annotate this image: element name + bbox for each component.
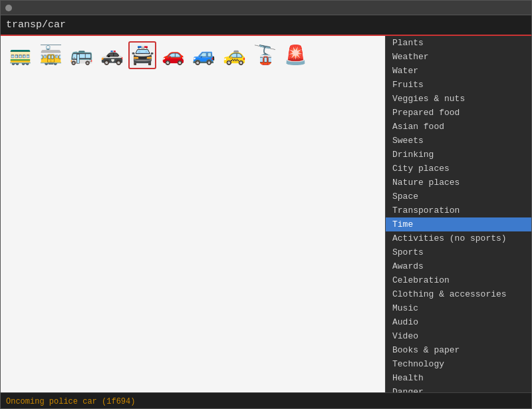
category-item[interactable]: Transporation [386, 204, 531, 217]
title-bar [1, 1, 531, 15]
search-bar [1, 15, 531, 36]
emoji-item[interactable]: 🚡 [251, 41, 279, 69]
emoji-item[interactable]: 🚓 [98, 41, 126, 69]
emoji-panel: 🚃🚋🚌🚓🚔🚗🚙🚕🚡🚨 [1, 36, 385, 392]
category-item[interactable]: Activities (no sports) [386, 231, 531, 245]
category-item[interactable]: Danger [386, 385, 531, 392]
category-list: PlantsWeatherWaterFruitsVeggies & nutsPr… [385, 36, 531, 392]
category-item[interactable]: Awards [386, 259, 531, 273]
category-item[interactable]: Technology [386, 357, 531, 371]
category-item[interactable]: Weather [386, 50, 531, 64]
category-item[interactable]: Drinking [386, 148, 531, 162]
category-item[interactable]: Music [386, 301, 531, 315]
category-item[interactable]: Sweets [386, 134, 531, 148]
category-item[interactable]: Asian food [386, 120, 531, 134]
category-item[interactable]: Veggies & nuts [386, 92, 531, 106]
category-item[interactable]: Fruits [386, 78, 531, 92]
category-item[interactable]: City places [386, 162, 531, 176]
category-item[interactable]: Books & paper [386, 343, 531, 357]
status-bar: Oncoming police car (1f694) [1, 392, 531, 409]
emoji-item[interactable]: 🚃 [6, 41, 34, 69]
emoji-item[interactable]: 🚔 [128, 41, 156, 69]
main-container: 🚃🚋🚌🚓🚔🚗🚙🚕🚡🚨 PlantsWeatherWaterFruitsVeggi… [1, 15, 531, 409]
category-item[interactable]: Prepared food [386, 106, 531, 120]
emoji-item[interactable]: 🚋 [37, 41, 65, 69]
search-input[interactable] [6, 19, 526, 31]
category-item[interactable]: Video [386, 329, 531, 343]
emoji-item[interactable]: 🚨 [281, 41, 309, 69]
status-text: Oncoming police car (1f694) [6, 397, 135, 406]
category-item[interactable]: Space [386, 190, 531, 204]
category-item[interactable]: Celebration [386, 273, 531, 287]
category-item[interactable]: Sports [386, 245, 531, 259]
emoji-item[interactable]: 🚌 [67, 41, 95, 69]
emoji-item[interactable]: 🚙 [190, 41, 217, 69]
content-area: 🚃🚋🚌🚓🚔🚗🚙🚕🚡🚨 PlantsWeatherWaterFruitsVeggi… [1, 36, 531, 392]
category-item[interactable]: Time [386, 217, 531, 231]
category-item[interactable]: Health [386, 371, 531, 385]
category-item[interactable]: Clothing & accessories [386, 287, 531, 301]
title-bar-dot [5, 5, 12, 11]
emoji-item[interactable]: 🚗 [159, 41, 187, 69]
category-item[interactable]: Nature places [386, 176, 531, 190]
emoji-item[interactable]: 🚕 [220, 41, 248, 69]
category-item[interactable]: Plants [386, 36, 531, 50]
category-item[interactable]: Audio [386, 315, 531, 329]
category-item[interactable]: Water [386, 64, 531, 78]
